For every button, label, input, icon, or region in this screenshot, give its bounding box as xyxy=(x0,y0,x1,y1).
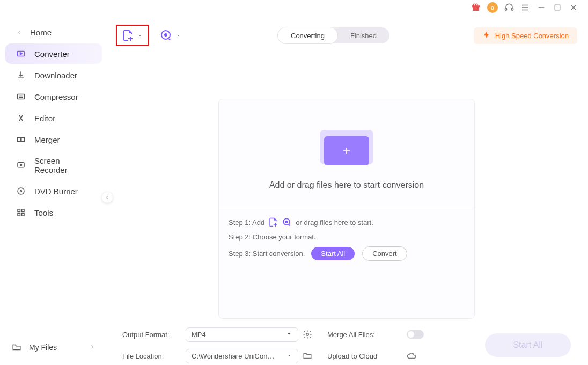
step1-post: or drag files here to start. xyxy=(296,218,373,227)
chevron-down-icon xyxy=(176,31,181,40)
svg-point-18 xyxy=(286,221,288,223)
sidebar-item-tools[interactable]: Tools xyxy=(5,202,102,223)
nav-home[interactable]: Home xyxy=(5,23,102,42)
folder-icon xyxy=(12,342,21,352)
lightning-icon xyxy=(482,31,491,41)
tab-converting[interactable]: Converting xyxy=(278,27,337,43)
tab-converting-label: Converting xyxy=(291,32,325,40)
add-disc-button[interactable] xyxy=(160,29,181,42)
my-files-label: My Files xyxy=(29,343,57,352)
chevron-left-icon xyxy=(16,28,21,37)
avatar[interactable]: a xyxy=(487,2,498,13)
minimize-icon[interactable] xyxy=(536,3,546,12)
converter-icon xyxy=(16,49,26,59)
tab-finished[interactable]: Finished xyxy=(337,27,389,43)
svg-rect-11 xyxy=(18,209,20,212)
chevron-down-icon xyxy=(286,352,292,360)
output-format-select[interactable]: MP4 xyxy=(186,327,298,342)
svg-rect-4 xyxy=(17,94,25,99)
sidebar-item-label: DVD Burner xyxy=(34,187,78,196)
sidebar-item-downloader[interactable]: Downloader xyxy=(5,65,102,85)
content-area: + Add or drag files here to start conver… xyxy=(113,50,580,319)
step-2: Step 2: Choose your format. xyxy=(229,233,465,241)
svg-rect-12 xyxy=(22,209,25,212)
add-file-button[interactable] xyxy=(116,25,149,46)
disc-add-icon xyxy=(160,29,173,42)
step-1: Step 1: Add or drag files here to start. xyxy=(229,217,465,228)
file-add-icon xyxy=(268,217,278,228)
svg-rect-6 xyxy=(21,137,25,142)
sidebar-item-screen-recorder[interactable]: Screen Recorder xyxy=(5,151,102,180)
footer: Output Format: MP4 Merge All Files: Star… xyxy=(113,319,580,365)
disc-add-icon xyxy=(282,217,292,228)
svg-point-16 xyxy=(165,34,167,36)
file-location-label: File Location: xyxy=(122,352,181,360)
status-tabs: Converting Finished xyxy=(278,27,389,43)
step-3: Step 3: Start conversion. Start All Conv… xyxy=(229,246,465,261)
maximize-icon[interactable] xyxy=(553,3,562,12)
drop-headline: Add or drag files here to start conversi… xyxy=(269,180,424,190)
convert-pill-button[interactable]: Convert xyxy=(362,246,407,261)
sidebar-item-label: Converter xyxy=(34,49,70,59)
plus-icon: + xyxy=(343,143,350,158)
sidebar-item-label: Tools xyxy=(34,208,53,217)
sidebar-item-converter[interactable]: Converter xyxy=(5,43,102,64)
tab-finished-label: Finished xyxy=(350,32,377,40)
svg-point-10 xyxy=(20,191,22,192)
sidebar-item-label: Editor xyxy=(34,114,55,123)
file-location-select[interactable]: C:\Wondershare UniConverter 1 xyxy=(186,349,298,363)
file-location-value: C:\Wondershare UniConverter 1 xyxy=(192,352,277,360)
start-all-pill-button[interactable]: Start All xyxy=(311,247,355,260)
start-all-button[interactable]: Start All xyxy=(485,333,571,357)
add-folder-illustration: + xyxy=(314,127,379,169)
svg-rect-0 xyxy=(505,8,507,11)
step1-pre: Step 1: Add xyxy=(229,218,264,227)
close-icon[interactable] xyxy=(569,3,578,12)
my-files-button[interactable]: My Files xyxy=(5,337,102,357)
settings-gear-icon[interactable] xyxy=(303,330,312,339)
avatar-initial: a xyxy=(491,5,494,11)
cloud-icon[interactable] xyxy=(407,351,416,361)
gift-icon[interactable] xyxy=(471,3,481,12)
editor-icon xyxy=(16,113,26,123)
support-icon[interactable] xyxy=(504,3,514,12)
hamburger-menu-icon[interactable] xyxy=(520,3,530,12)
download-icon xyxy=(16,70,26,80)
sidebar-item-merger[interactable]: Merger xyxy=(5,129,102,150)
svg-rect-2 xyxy=(555,5,560,10)
sidebar-item-compressor[interactable]: Compressor xyxy=(5,86,102,107)
svg-rect-13 xyxy=(18,214,20,216)
sidebar-item-dvd-burner[interactable]: DVD Burner xyxy=(5,181,102,201)
svg-rect-5 xyxy=(17,137,20,142)
svg-rect-14 xyxy=(22,214,25,216)
svg-point-8 xyxy=(20,164,22,166)
toolbar: Converting Finished High Speed Conversio… xyxy=(113,15,580,50)
high-speed-conversion-button[interactable]: High Speed Conversion xyxy=(474,27,577,44)
svg-rect-1 xyxy=(512,8,513,11)
output-format-value: MP4 xyxy=(192,331,206,339)
titlebar: a xyxy=(0,0,588,15)
svg-point-9 xyxy=(18,188,24,194)
sidebar-item-editor[interactable]: Editor xyxy=(5,108,102,128)
upload-cloud-label: Upload to Cloud xyxy=(327,352,402,360)
merge-toggle[interactable] xyxy=(407,330,424,339)
svg-point-19 xyxy=(306,333,309,336)
drop-card: + Add or drag files here to start conver… xyxy=(218,99,475,319)
output-format-label: Output Format: xyxy=(122,331,181,339)
sidebar: Home Converter Downloader Compressor Edi… xyxy=(0,15,107,365)
sidebar-collapse-handle[interactable] xyxy=(102,192,113,203)
merger-icon xyxy=(16,135,26,144)
sidebar-item-label: Merger xyxy=(34,135,60,144)
chevron-right-icon xyxy=(89,343,95,352)
step3-text: Step 3: Start conversion. xyxy=(229,250,305,258)
sidebar-item-label: Compressor xyxy=(34,92,78,101)
chevron-down-icon xyxy=(286,331,292,339)
steps: Step 1: Add or drag files here to start.… xyxy=(219,209,474,275)
drop-zone[interactable]: + Add or drag files here to start conver… xyxy=(219,99,474,209)
open-folder-icon[interactable] xyxy=(303,351,312,361)
chevron-down-icon xyxy=(137,31,143,40)
main-panel: Converting Finished High Speed Conversio… xyxy=(107,15,588,365)
dvd-icon xyxy=(16,186,26,196)
tools-icon xyxy=(16,208,26,217)
nav-home-label: Home xyxy=(30,28,52,37)
